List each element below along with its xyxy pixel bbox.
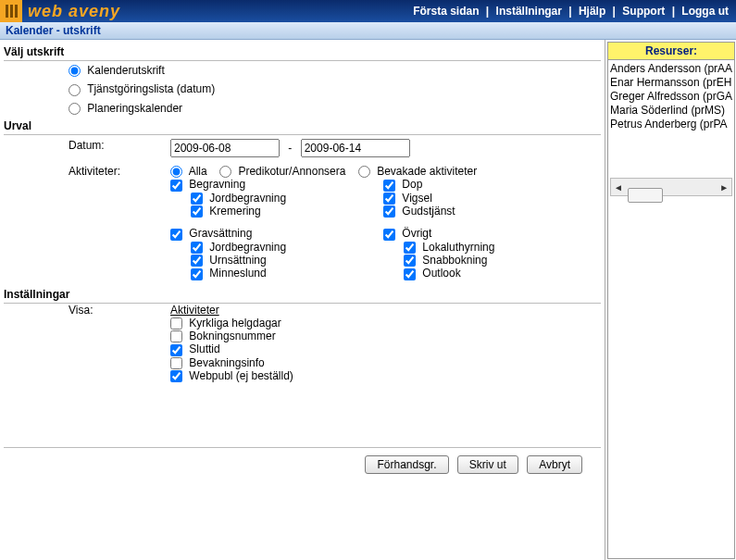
list-item[interactable]: Anders Andersson (prAA	[610, 62, 732, 76]
chk-kyrkliga[interactable]: Kyrkliga helgdagar	[170, 317, 281, 330]
nav-logga-ut[interactable]: Logga ut	[681, 5, 729, 18]
chk-dop[interactable]: Dop	[383, 178, 422, 191]
list-item[interactable]: Petrus Anderberg (prPA	[610, 118, 732, 131]
scroll-left-icon[interactable]: ◄	[611, 180, 626, 194]
cancel-button[interactable]: Avbryt	[527, 455, 582, 474]
chk-gravsattning-urn[interactable]: Urnsättning	[191, 254, 267, 267]
chk-gravsattning-minneslund[interactable]: Minneslund	[191, 267, 267, 280]
date-separator: -	[282, 142, 297, 155]
chk-lokaluthyrning[interactable]: Lokaluthyrning	[404, 241, 494, 254]
preview-button[interactable]: Förhandsgr.	[365, 455, 448, 474]
nav-hjalp[interactable]: Hjälp	[579, 5, 605, 18]
chk-gravsattning[interactable]: Gravsättning	[170, 227, 252, 240]
utskrift-option-kalender[interactable]: Kalenderutskrift	[69, 64, 165, 77]
datum-label: Datum:	[69, 139, 170, 157]
chk-bokningsnummer[interactable]: Bokningsnummer	[170, 330, 276, 342]
print-button[interactable]: Skriv ut	[457, 455, 518, 474]
horizontal-scrollbar[interactable]: ◄ ►	[610, 178, 732, 196]
section-urval-header: Urval	[4, 118, 601, 135]
top-bar: web aveny Första sidan | Inställningar |…	[0, 0, 736, 22]
visa-label: Visa:	[69, 304, 170, 383]
list-item[interactable]: Enar Hermansson (prEH	[610, 76, 732, 90]
scroll-thumb[interactable]	[628, 188, 663, 203]
scroll-right-icon[interactable]: ►	[717, 180, 731, 194]
logo-icon	[0, 0, 22, 22]
filter-radios: Alla Predikotur/Annonsera Bevakade aktiv…	[170, 165, 601, 178]
filter-predikotur[interactable]: Predikotur/Annonsera	[219, 165, 345, 178]
chk-webpubl[interactable]: Webpubl (ej beställd)	[170, 369, 293, 382]
filter-alla[interactable]: Alla	[170, 165, 207, 178]
chk-outlook[interactable]: Outlook	[404, 267, 461, 280]
chk-begravning[interactable]: Begravning	[170, 178, 245, 191]
resurser-list[interactable]: Anders Andersson (prAA Enar Hermansson (…	[607, 60, 735, 559]
nav-forsta-sidan[interactable]: Första sidan	[413, 5, 479, 18]
chk-begravning-jord[interactable]: Jordbegravning	[191, 192, 286, 205]
chk-gudstjanst[interactable]: Gudstjänst	[383, 205, 455, 218]
nav-support[interactable]: Support	[622, 5, 665, 18]
nav-installningar[interactable]: Inställningar	[496, 5, 562, 18]
divider	[4, 447, 601, 448]
chk-snabbokning[interactable]: Snabbokning	[404, 254, 487, 267]
resurser-header: Resurser:	[607, 42, 735, 60]
date-from-input[interactable]	[170, 139, 280, 157]
utskrift-option-tjanstgoring[interactable]: Tjänstgöringslista (datum)	[69, 82, 215, 95]
section-valj-utskrift-header: Välj utskrift	[4, 44, 601, 61]
chk-ovrigt[interactable]: Övrigt	[383, 227, 431, 240]
brand: web aveny	[28, 2, 120, 21]
section-installningar-header: Inställningar	[4, 286, 601, 304]
aktiviteter-link[interactable]: Aktiviteter	[170, 304, 219, 317]
list-item[interactable]: Maria Söderlind (prMS)	[610, 104, 732, 118]
top-nav: Första sidan | Inställningar | Hjälp | S…	[413, 5, 736, 18]
date-to-input[interactable]	[301, 139, 410, 157]
chk-bevakningsinfo[interactable]: Bevakningsinfo	[170, 356, 265, 369]
chk-begravning-kremering[interactable]: Kremering	[191, 205, 261, 218]
chk-vigsel[interactable]: Vigsel	[383, 192, 432, 205]
chk-gravsattning-jord[interactable]: Jordbegravning	[191, 241, 286, 254]
side-panel: Resurser: Anders Andersson (prAA Enar He…	[605, 40, 736, 560]
page-title: Kalender - utskrift	[0, 22, 736, 40]
chk-sluttid[interactable]: Sluttid	[170, 342, 220, 355]
filter-bevakade[interactable]: Bevakade aktiviteter	[358, 165, 477, 178]
utskrift-option-planering[interactable]: Planeringskalender	[69, 102, 182, 115]
list-item[interactable]: Greger Alfredsson (prGA	[610, 90, 732, 104]
main-panel: Välj utskrift Kalenderutskrift Tjänstgör…	[0, 40, 605, 560]
aktiviteter-label: Aktiviteter:	[69, 165, 170, 280]
